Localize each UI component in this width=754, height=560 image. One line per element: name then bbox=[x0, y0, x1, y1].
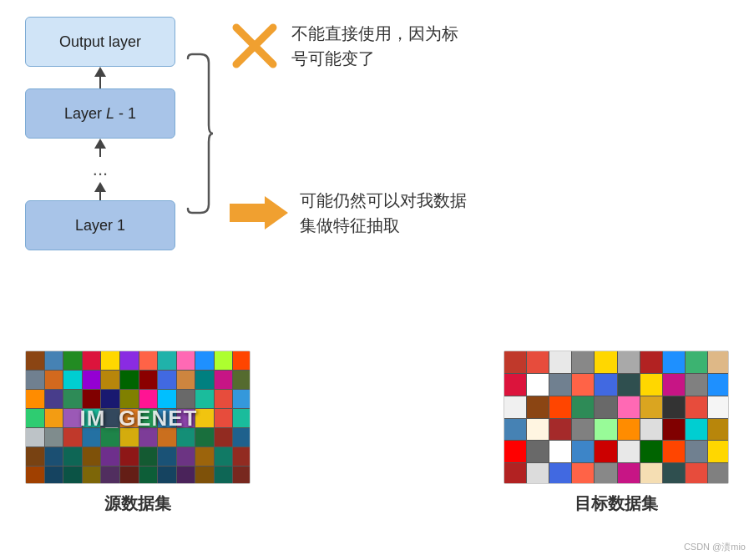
svg-marker-2 bbox=[230, 196, 288, 230]
arrow-dots-to-l1 bbox=[94, 182, 106, 200]
brace-container bbox=[184, 50, 217, 217]
layer-1-box: Layer 1 bbox=[25, 200, 175, 250]
arrow-shaft-2 bbox=[99, 149, 101, 157]
target-label-row: 目标数据集 bbox=[574, 492, 658, 515]
arrow-head-icon bbox=[94, 67, 106, 77]
dots-separator: ... bbox=[93, 160, 108, 179]
output-layer-label: Output layer bbox=[59, 33, 141, 51]
x-mark-icon bbox=[230, 21, 280, 71]
arrow-shaft-3 bbox=[99, 192, 101, 200]
nn-layers-column: Output layer Layer L - 1 ... bbox=[25, 17, 175, 250]
top-section: Output layer Layer L - 1 ... bbox=[0, 0, 754, 351]
cars-image bbox=[504, 351, 729, 484]
arrow-head-icon-2 bbox=[94, 139, 106, 149]
output-layer-box: Output layer bbox=[25, 17, 175, 67]
imagenet-image: IM_GENET bbox=[25, 351, 250, 484]
layer-l-minus-1-label: Layer L - 1 bbox=[64, 105, 136, 123]
arrow-head-icon-3 bbox=[94, 182, 106, 192]
arrow-shaft bbox=[99, 77, 101, 88]
layer-l-minus-1-box: Layer L - 1 bbox=[25, 88, 175, 139]
target-dataset-block: 目标数据集 bbox=[504, 351, 729, 515]
main-container: Output layer Layer L - 1 ... bbox=[0, 0, 754, 560]
arrow-right-icon bbox=[230, 192, 288, 234]
right-annotations: 不能直接使用，因为标号可能变了 可能仍然可以对我数据集做特征抽取 bbox=[230, 17, 467, 238]
annotation-bottom-text: 可能仍然可以对我数据集做特征抽取 bbox=[300, 188, 467, 238]
csdn-watermark: CSDN @渍mio bbox=[684, 541, 746, 553]
top-annotation: 不能直接使用，因为标号可能变了 bbox=[230, 21, 467, 71]
target-dataset-label: 目标数据集 bbox=[574, 492, 658, 515]
nn-and-brace: Output layer Layer L - 1 ... bbox=[25, 17, 217, 250]
imagenet-text-overlay: IM_GENET bbox=[80, 406, 198, 431]
bottom-annotation: 可能仍然可以对我数据集做特征抽取 bbox=[230, 188, 467, 238]
arrow-output-to-l1 bbox=[94, 67, 106, 88]
layer-1-label: Layer 1 bbox=[75, 217, 125, 235]
source-dataset-label: 源数据集 bbox=[104, 492, 171, 515]
source-dataset-block: IM_GENET 源数据集 bbox=[25, 351, 250, 515]
bottom-section: IM_GENET 源数据集 bbox=[0, 351, 754, 560]
brace-icon bbox=[184, 50, 217, 217]
arrow-l1-to-dots bbox=[94, 139, 106, 157]
annotation-top-text: 不能直接使用，因为标号可能变了 bbox=[291, 21, 458, 71]
